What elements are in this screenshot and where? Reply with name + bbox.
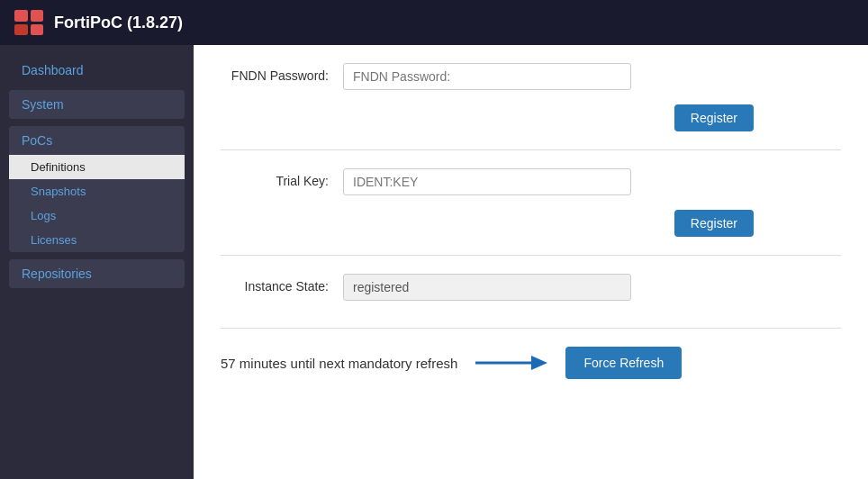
instance-state-row: Instance State: [221, 274, 841, 301]
fndn-password-input[interactable] [343, 63, 631, 90]
header: FortiPoC (1.8.27) [0, 0, 868, 45]
sidebar-item-system[interactable]: System [9, 90, 185, 119]
sidebar-group-system: System [9, 90, 185, 119]
body: Dashboard System PoCs Definitions Snapsh… [0, 45, 868, 479]
app-title: FortiPoC (1.8.27) [54, 14, 183, 32]
sidebar-item-definitions[interactable]: Definitions [9, 155, 185, 179]
logo-sq1 [14, 10, 28, 22]
sidebar-item-snapshots[interactable]: Snapshots [9, 179, 185, 203]
trial-key-input[interactable] [343, 168, 631, 195]
logo [14, 10, 43, 35]
fndn-section: FNDN Password: Register [221, 63, 841, 150]
trial-key-section: Trial Key: Register [221, 168, 841, 256]
main-content: FNDN Password: Register Trial Key: Regis… [194, 45, 868, 479]
trial-register-button[interactable]: Register [674, 210, 754, 237]
instance-state-input [343, 274, 631, 301]
refresh-section: 57 minutes until next mandatory refresh … [221, 347, 841, 379]
fndn-register-button[interactable]: Register [674, 104, 754, 131]
sidebar-item-pocs[interactable]: PoCs [9, 126, 185, 155]
trial-key-row: Trial Key: [221, 168, 841, 195]
arrow-icon [475, 350, 547, 375]
sidebar-item-repositories[interactable]: Repositories [9, 259, 185, 288]
sidebar-group-pocs: PoCs Definitions Snapshots Logs Licenses [9, 126, 185, 252]
logo-sq2 [31, 10, 44, 22]
instance-state-section: Instance State: [221, 274, 841, 329]
sidebar-group-repositories: Repositories [9, 259, 185, 288]
sidebar-item-dashboard[interactable]: Dashboard [9, 56, 185, 85]
svg-marker-1 [531, 356, 547, 370]
sidebar: Dashboard System PoCs Definitions Snapsh… [0, 45, 194, 479]
fndn-label: FNDN Password: [221, 63, 329, 83]
instance-state-label: Instance State: [221, 274, 329, 294]
fndn-row: FNDN Password: [221, 63, 841, 90]
arrow-container [475, 350, 547, 375]
refresh-message: 57 minutes until next mandatory refresh [221, 356, 457, 371]
trial-key-label: Trial Key: [221, 168, 329, 188]
sidebar-item-logs[interactable]: Logs [9, 203, 185, 228]
sidebar-item-licenses[interactable]: Licenses [9, 228, 185, 252]
force-refresh-button[interactable]: Force Refresh [565, 347, 682, 379]
logo-sq4 [31, 24, 44, 36]
logo-sq3 [14, 24, 28, 36]
